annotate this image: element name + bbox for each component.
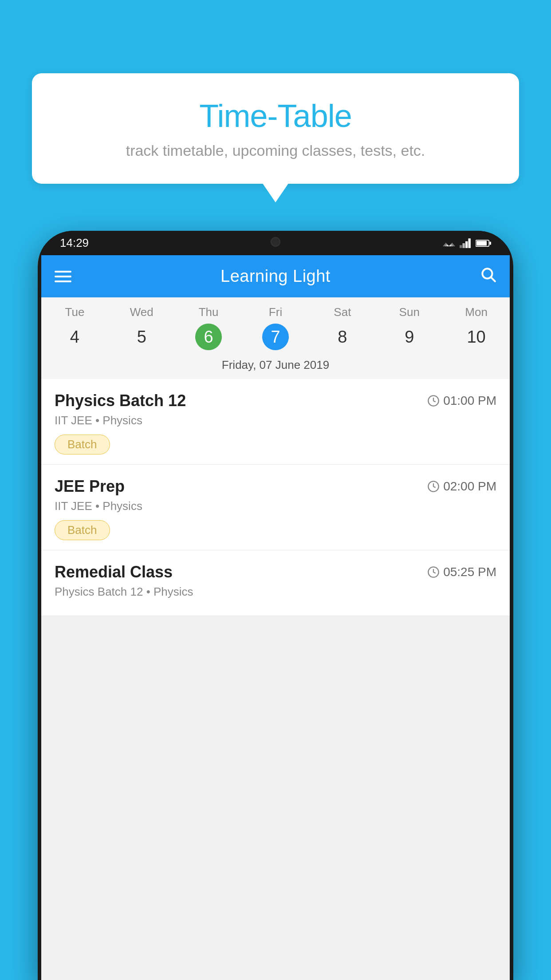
calendar-day-mon[interactable]: Mon10 <box>443 305 510 350</box>
menu-line-3 <box>55 281 71 282</box>
calendar-section: Tue4Wed5Thu6Fri7Sat8Sun9Mon10 Friday, 07… <box>41 297 510 379</box>
calendar-day-tue[interactable]: Tue4 <box>41 305 108 350</box>
batch-tag: Batch <box>55 435 110 454</box>
app-title: Time-Table <box>59 98 492 134</box>
calendar-day-wed[interactable]: Wed5 <box>108 305 175 350</box>
day-name-label: Tue <box>41 305 108 319</box>
schedule-item-title: JEE Prep <box>55 477 125 496</box>
calendar-day-thu[interactable]: Thu6 <box>175 305 242 350</box>
svg-rect-9 <box>468 238 471 248</box>
menu-button[interactable] <box>55 271 71 282</box>
svg-rect-6 <box>460 245 462 248</box>
svg-rect-12 <box>490 241 492 245</box>
schedule-item[interactable]: Physics Batch 1201:00 PMIIT JEE • Physic… <box>41 379 510 465</box>
svg-rect-7 <box>463 243 465 248</box>
day-name-label: Mon <box>443 305 510 319</box>
batch-tag: Batch <box>55 520 110 540</box>
phone-status-bar: 14:29 <box>38 231 513 255</box>
calendar-day-sun[interactable]: Sun9 <box>376 305 443 350</box>
calendar-day-fri[interactable]: Fri7 <box>242 305 309 350</box>
schedule-item[interactable]: JEE Prep02:00 PMIIT JEE • PhysicsBatch <box>41 465 510 550</box>
day-name-label: Sat <box>309 305 376 319</box>
menu-line-2 <box>55 276 71 277</box>
schedule-item-subtitle: Physics Batch 12 • Physics <box>55 585 496 599</box>
app-subtitle: track timetable, upcoming classes, tests… <box>59 142 492 159</box>
day-number: 6 <box>195 324 222 350</box>
schedule-item-header: Physics Batch 1201:00 PM <box>55 391 496 410</box>
schedule-item-title: Remedial Class <box>55 563 173 581</box>
phone-notch <box>236 231 315 253</box>
schedule-item-time: 01:00 PM <box>427 394 496 408</box>
schedule-item-header: JEE Prep02:00 PM <box>55 477 496 496</box>
svg-line-14 <box>491 277 495 281</box>
schedule-item-time: 02:00 PM <box>427 479 496 494</box>
signal-icon <box>460 238 471 248</box>
calendar-day-sat[interactable]: Sat8 <box>309 305 376 350</box>
schedule-item-subtitle: IIT JEE • Physics <box>55 499 496 513</box>
app-header: Learning Light <box>41 255 510 297</box>
menu-line-1 <box>55 271 71 273</box>
app-header-title: Learning Light <box>220 267 331 286</box>
schedule-item[interactable]: Remedial Class05:25 PMPhysics Batch 12 •… <box>41 550 510 616</box>
calendar-days-header: Tue4Wed5Thu6Fri7Sat8Sun9Mon10 <box>41 297 510 353</box>
battery-icon <box>476 238 491 248</box>
schedule-item-header: Remedial Class05:25 PM <box>55 563 496 581</box>
status-time: 14:29 <box>60 236 89 250</box>
day-name-label: Fri <box>242 305 309 319</box>
schedule-list: Physics Batch 1201:00 PMIIT JEE • Physic… <box>41 379 510 616</box>
search-button[interactable] <box>480 266 496 287</box>
speech-bubble: Time-Table track timetable, upcoming cla… <box>32 73 519 184</box>
day-number: 8 <box>329 324 356 350</box>
clock-icon <box>427 395 440 407</box>
time-text: 02:00 PM <box>443 479 496 494</box>
front-camera <box>271 237 280 247</box>
time-text: 01:00 PM <box>443 394 496 408</box>
calendar-selected-date: Friday, 07 June 2019 <box>41 353 510 379</box>
clock-icon <box>427 480 440 493</box>
day-number: 9 <box>396 324 423 350</box>
schedule-item-title: Physics Batch 12 <box>55 391 186 410</box>
svg-rect-11 <box>476 241 487 245</box>
speech-bubble-container: Time-Table track timetable, upcoming cla… <box>32 73 519 184</box>
day-name-label: Wed <box>108 305 175 319</box>
day-number: 7 <box>262 324 289 350</box>
day-name-label: Thu <box>175 305 242 319</box>
status-icons <box>443 238 491 248</box>
phone-frame: 14:29 <box>38 231 513 980</box>
day-number: 10 <box>463 324 490 350</box>
schedule-item-subtitle: IIT JEE • Physics <box>55 414 496 427</box>
day-number: 4 <box>61 324 88 350</box>
svg-rect-8 <box>465 241 468 248</box>
time-text: 05:25 PM <box>443 565 496 579</box>
day-name-label: Sun <box>376 305 443 319</box>
schedule-item-time: 05:25 PM <box>427 565 496 579</box>
day-number: 5 <box>128 324 155 350</box>
phone-screen: Learning Light Tue4Wed5Thu6Fri7Sat8Sun9M… <box>38 255 513 980</box>
wifi-icon <box>443 238 455 248</box>
clock-icon <box>427 566 440 578</box>
